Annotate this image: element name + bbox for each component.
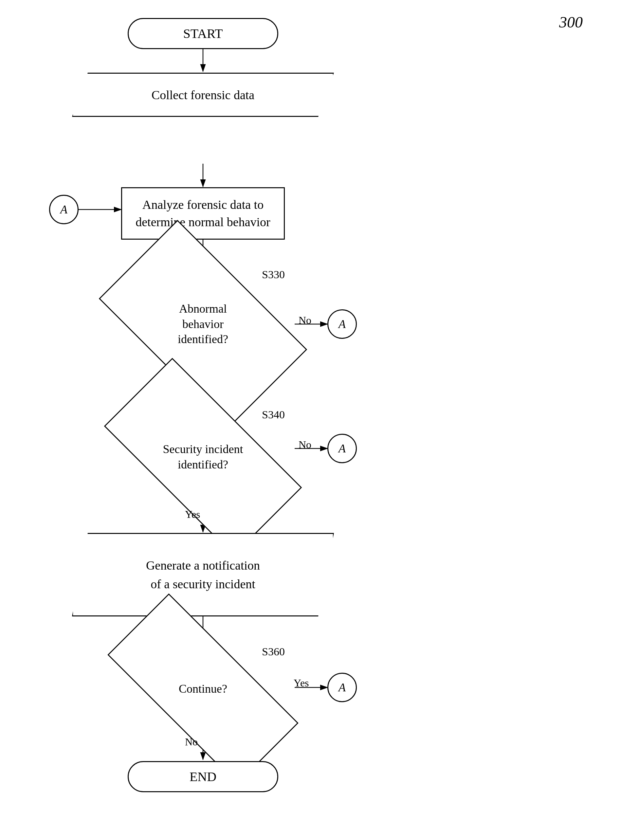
arrows-svg (0, 0, 622, 840)
connector-a-right-s340: A (327, 434, 357, 463)
connector-a-left: A (49, 195, 79, 224)
start-node: START (128, 18, 278, 49)
s360-yes-label: Yes (294, 677, 309, 689)
s350-node: Generate a notificationof a security inc… (72, 533, 334, 616)
s330-node: Abnormalbehavioridentified? (111, 268, 295, 380)
s340-node: Security incidentidentified? (111, 409, 295, 505)
connector-a-right-s330: A (327, 309, 357, 339)
figure-number: 300 (559, 13, 583, 31)
s310-node: Collect forensic data (72, 73, 334, 117)
end-node: END (128, 761, 278, 792)
flowchart-diagram: 300 START S (0, 0, 622, 840)
s360-no-label: No (185, 736, 198, 748)
s340-yes-label: Yes (185, 508, 200, 520)
s330-no-label: No (299, 314, 311, 326)
s360-node: Continue? (111, 646, 295, 732)
connector-a-right-s360: A (327, 673, 357, 702)
s320-node: Analyze forensic data todetermine normal… (121, 187, 285, 239)
s340-no-label: No (299, 439, 311, 451)
